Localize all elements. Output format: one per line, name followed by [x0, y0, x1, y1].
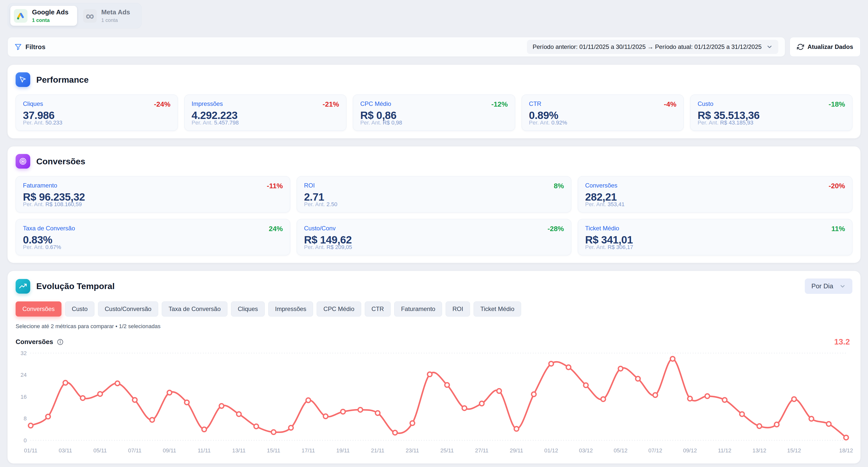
x-axis-tick: 03/11: [59, 447, 72, 454]
x-axis-tick: 01/12: [544, 447, 558, 454]
platform-tab-meta-ads[interactable]: ∞Meta Ads1 conta: [80, 6, 139, 26]
metric-chip-ticket-medio[interactable]: Ticket Médio: [473, 301, 521, 317]
x-axis-tick: 21/11: [371, 447, 384, 454]
metric-chip-roi[interactable]: ROI: [445, 301, 470, 317]
x-axis-tick: 18/12: [839, 447, 853, 454]
metric-chip-cpc-medio[interactable]: CPC Médio: [317, 301, 361, 317]
metric-chip-conversoes[interactable]: Conversões: [16, 301, 61, 317]
data-point-08-11[interactable]: [150, 418, 154, 422]
metric-chip-taxa-de-conversao[interactable]: Taxa de Conversão: [162, 301, 227, 317]
data-point-16-12[interactable]: [809, 417, 814, 421]
period-selector[interactable]: Período anterior: 01/11/2025 a 30/11/202…: [527, 40, 778, 54]
performance-cursor-icon: [16, 72, 30, 87]
data-point-18-12[interactable]: [844, 435, 848, 440]
kpi-card-roi: ROI2.71Per. Ant. 2.508%: [297, 176, 571, 212]
data-point-02-12[interactable]: [566, 365, 571, 370]
data-point-10-12[interactable]: [705, 394, 710, 399]
evolution-title: Evolução Temporal: [36, 281, 115, 291]
data-point-08-12[interactable]: [670, 357, 675, 361]
data-point-01-11[interactable]: [28, 424, 33, 428]
data-point-22-11[interactable]: [393, 431, 397, 435]
kpi-label: ROI: [304, 182, 564, 189]
change-badge: -28%: [548, 225, 564, 233]
conversions-line-chart[interactable]: 0816243201/1103/1105/1107/1109/1111/1113…: [16, 348, 852, 456]
data-point-09-12[interactable]: [688, 397, 692, 401]
data-point-06-12[interactable]: [636, 377, 640, 381]
refresh-data-button[interactable]: Atualizar Dados: [790, 37, 861, 57]
data-point-28-11[interactable]: [497, 389, 501, 393]
previous-period-value: Per. Ant. R$ 209,05: [304, 244, 352, 251]
kpi-card-custo: CustoR$ 35.513,36Per. Ant. R$ 43.185,93-…: [690, 94, 852, 131]
data-point-15-11[interactable]: [271, 430, 276, 435]
data-point-25-11[interactable]: [445, 383, 450, 387]
x-axis-tick: 15/12: [787, 447, 801, 454]
data-point-10-11[interactable]: [185, 400, 189, 405]
previous-period-value: Per. Ant. R$ 108.160,59: [23, 201, 82, 208]
data-point-03-12[interactable]: [584, 383, 588, 388]
data-point-07-11[interactable]: [132, 398, 137, 402]
x-axis-tick: 17/11: [302, 447, 315, 454]
kpi-value: 2.71: [304, 191, 564, 203]
x-axis-tick: 05/11: [93, 447, 107, 454]
data-point-04-11[interactable]: [81, 396, 85, 400]
data-point-15-12[interactable]: [792, 397, 796, 402]
data-point-14-11[interactable]: [254, 424, 258, 429]
filters-bar[interactable]: Filtros Período anterior: 01/11/2025 a 3…: [7, 37, 785, 57]
data-point-01-12[interactable]: [549, 361, 553, 366]
data-point-11-12[interactable]: [722, 398, 727, 402]
x-axis-tick: 07/12: [648, 447, 662, 454]
data-point-12-11[interactable]: [219, 404, 224, 408]
data-point-19-11[interactable]: [341, 409, 345, 414]
x-axis-tick: 13/12: [752, 447, 766, 454]
platform-tab-google-ads[interactable]: Google Ads1 conta: [10, 6, 77, 26]
data-point-05-11[interactable]: [98, 392, 102, 396]
x-axis-tick: 07/11: [128, 447, 141, 454]
data-point-12-12[interactable]: [740, 412, 744, 416]
data-point-26-11[interactable]: [462, 406, 467, 410]
data-point-24-11[interactable]: [428, 372, 432, 377]
data-point-20-11[interactable]: [358, 408, 363, 412]
x-axis-tick: 05/12: [614, 447, 627, 454]
metric-chip-custo-conversao[interactable]: Custo/Conversão: [98, 301, 158, 317]
data-point-07-12[interactable]: [653, 393, 657, 398]
data-point-23-11[interactable]: [410, 421, 414, 426]
data-point-17-12[interactable]: [827, 421, 831, 426]
data-point-13-11[interactable]: [237, 412, 241, 416]
metric-chip-impressoes[interactable]: Impressões: [268, 301, 313, 317]
google-ads-icon: [14, 9, 27, 23]
info-icon[interactable]: [57, 339, 64, 346]
filters-row: Filtros Período anterior: 01/11/2025 a 3…: [7, 37, 861, 57]
data-point-29-11[interactable]: [514, 427, 519, 431]
platform-tab-label: Meta Ads: [101, 8, 130, 16]
metric-chip-ctr[interactable]: CTR: [365, 301, 391, 317]
metric-chip-cliques[interactable]: Cliques: [231, 301, 265, 317]
data-point-13-12[interactable]: [757, 424, 762, 429]
data-point-16-11[interactable]: [289, 426, 293, 430]
data-point-06-11[interactable]: [115, 381, 120, 386]
granularity-selector[interactable]: Por Dia: [805, 279, 852, 294]
change-badge: -20%: [829, 182, 845, 190]
data-point-11-11[interactable]: [202, 427, 207, 432]
data-point-21-11[interactable]: [375, 411, 380, 415]
data-point-09-11[interactable]: [167, 390, 172, 395]
data-point-18-11[interactable]: [323, 414, 328, 418]
previous-period-value: Per. Ant. 2.50: [304, 201, 337, 208]
platform-tab-account-count: 1 conta: [32, 18, 68, 23]
data-point-04-12[interactable]: [601, 397, 606, 402]
previous-period-value: Per. Ant. R$ 306,17: [585, 244, 633, 251]
data-point-03-11[interactable]: [63, 381, 68, 385]
selection-note: Selecione até 2 métricas para comparar •…: [16, 323, 852, 330]
metric-chip-custo[interactable]: Custo: [65, 301, 94, 317]
data-point-05-12[interactable]: [618, 367, 623, 371]
data-point-27-11[interactable]: [479, 401, 484, 406]
kpi-value: 0.83%: [23, 234, 283, 246]
refresh-label: Atualizar Dados: [808, 43, 853, 50]
filters-title: Filtros: [26, 43, 45, 51]
change-badge: -4%: [664, 100, 677, 108]
data-point-30-11[interactable]: [531, 392, 536, 397]
data-point-14-12[interactable]: [775, 422, 779, 427]
data-point-17-11[interactable]: [306, 398, 311, 403]
metric-chip-faturamento[interactable]: Faturamento: [394, 301, 442, 317]
change-badge: -21%: [323, 100, 339, 108]
data-point-02-11[interactable]: [46, 414, 51, 419]
